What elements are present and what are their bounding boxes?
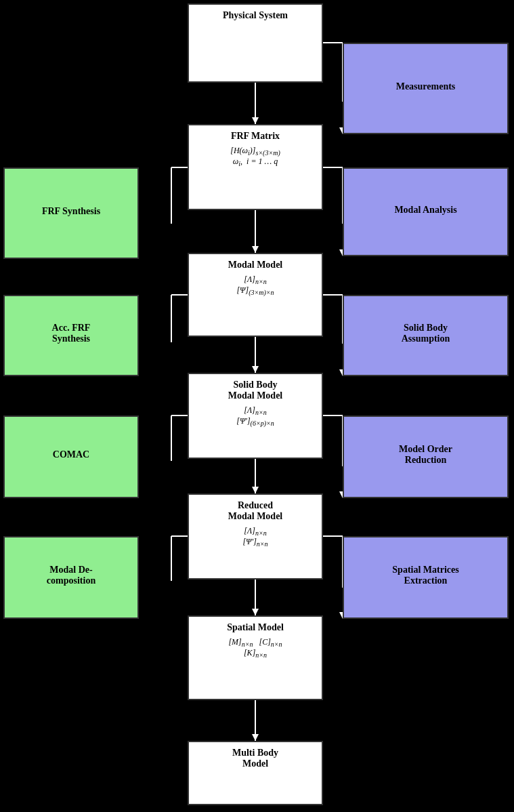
svg-marker-29 <box>252 117 259 124</box>
reduced-modal-model-formula2: [Ψ']n×n <box>196 537 315 548</box>
frf-matrix-formula1: [H(ωi)]s×(3×m) <box>196 146 315 157</box>
solid-body-modal-model-formula1: [Λ]n×n <box>196 405 315 416</box>
spatial-model-box: Spatial Model [M]n×n [C]n×n [K]n×n <box>188 615 323 700</box>
modal-analysis-title: Modal Analysis <box>394 205 456 216</box>
modal-decomposition-box: Modal De-composition <box>3 536 139 619</box>
comac-box: COMAC <box>3 415 139 498</box>
acc-frf-synthesis-title: Acc. FRFSynthesis <box>52 323 91 344</box>
frf-matrix-box: FRF Matrix [H(ωi)]s×(3×m) ωi, i = 1 … q <box>188 124 323 210</box>
physical-system-box: Physical System <box>188 3 323 83</box>
spatial-model-title: Spatial Model <box>196 622 315 633</box>
multi-body-model-title: Multi BodyModel <box>196 748 315 769</box>
model-order-reduction-box: Model OrderReduction <box>343 415 509 498</box>
spatial-matrices-extraction-title: Spatial MatricesExtraction <box>392 565 458 586</box>
spatial-model-formula1: [M]n×n [C]n×n <box>196 637 315 648</box>
model-order-reduction-title: Model OrderReduction <box>399 444 452 466</box>
measurements-title: Measurements <box>396 81 456 92</box>
svg-marker-31 <box>252 366 259 373</box>
multi-body-model-box: Multi BodyModel <box>188 741 323 805</box>
comac-title: COMAC <box>53 449 89 460</box>
diagram: Physical System FRF Matrix [H(ωi)]s×(3×m… <box>0 0 514 812</box>
spatial-matrices-extraction-box: Spatial MatricesExtraction <box>343 536 509 619</box>
modal-model-box: Modal Model [Λ]n×n [Ψ](3×m)×n <box>188 253 323 337</box>
solid-body-assumption-title: Solid BodyAssumption <box>402 323 450 344</box>
modal-model-formula2: [Ψ](3×m)×n <box>196 285 315 296</box>
modal-model-formula1: [Λ]n×n <box>196 275 315 285</box>
solid-body-assumption-box: Solid BodyAssumption <box>343 295 509 376</box>
frf-synthesis-title: FRF Synthesis <box>42 206 100 217</box>
measurements-box: Measurements <box>343 43 509 134</box>
reduced-modal-model-box: ReducedModal Model [Λ]n×n [Ψ']n×n <box>188 493 323 580</box>
frf-matrix-title: FRF Matrix <box>196 131 315 142</box>
modal-analysis-box: Modal Analysis <box>343 167 509 256</box>
physical-system-title: Physical System <box>196 10 315 21</box>
solid-body-modal-model-formula2: [Ψ'](6×p)×n <box>196 416 315 427</box>
solid-body-modal-model-title: Solid BodyModal Model <box>196 380 315 401</box>
solid-body-modal-model-box: Solid BodyModal Model [Λ]n×n [Ψ'](6×p)×n <box>188 373 323 459</box>
spatial-model-formula2: [K]n×n <box>196 648 315 659</box>
svg-marker-33 <box>252 609 259 615</box>
frf-synthesis-box: FRF Synthesis <box>3 167 139 259</box>
svg-marker-30 <box>252 246 259 253</box>
modal-decomposition-title: Modal De-composition <box>47 565 95 586</box>
reduced-modal-model-title: ReducedModal Model <box>196 500 315 522</box>
frf-matrix-formula2: ωi, i = 1 … q <box>196 157 315 167</box>
acc-frf-synthesis-box: Acc. FRFSynthesis <box>3 295 139 376</box>
modal-model-title: Modal Model <box>196 260 315 270</box>
svg-marker-34 <box>252 734 259 741</box>
reduced-modal-model-formula1: [Λ]n×n <box>196 526 315 537</box>
svg-marker-32 <box>252 487 259 493</box>
